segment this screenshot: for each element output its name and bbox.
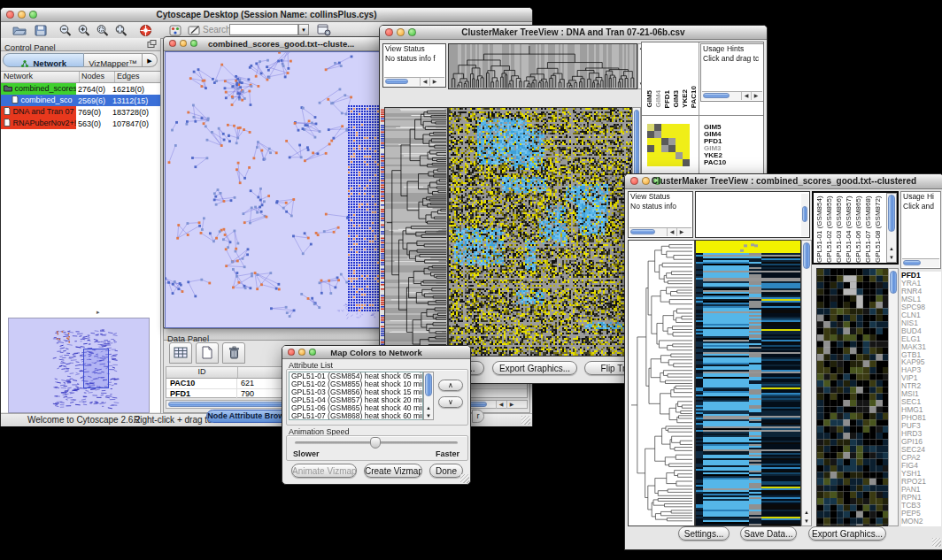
open-session-button[interactable] [10, 22, 29, 38]
tv1-matrix-cell[interactable] [683, 138, 690, 145]
tv2-heatmap[interactable] [695, 240, 801, 526]
network-close-button[interactable] [169, 40, 176, 47]
tv1-matrix-cell[interactable] [647, 159, 654, 166]
tab-vizmapper[interactable]: VizMapper™ [84, 53, 143, 67]
animate-vizmap-button[interactable]: Animate Vizmap [291, 464, 357, 478]
zoom-fit-button[interactable] [112, 22, 131, 38]
network-overview-thumbnail[interactable] [8, 318, 150, 413]
tv1-matrix-cell[interactable] [654, 145, 661, 152]
tv1-row-dendrogram[interactable] [384, 107, 448, 357]
create-vizmap-button[interactable]: Create Vizmap [364, 464, 422, 478]
tv2-gene-list[interactable]: PFD1YRA1RNR4MSL1SPC98CLN1NIS1BUD4ELG1MAK… [901, 272, 941, 526]
tv1-column-label[interactable]: YKE2 [681, 89, 690, 108]
zoom-selected-button[interactable] [93, 22, 112, 38]
tv1-matrix-cell[interactable] [654, 138, 661, 145]
tv1-status-hscrollbar[interactable]: ◀ ▶ [384, 77, 444, 86]
attribute-select-button[interactable] [169, 342, 192, 364]
tv2-zoom-vscroll-thumb[interactable] [890, 271, 897, 294]
tv2-column-label[interactable]: GPL51-04 (GSM857) [845, 194, 854, 263]
tv1-heatmap[interactable] [448, 107, 633, 357]
tv1-matrix-cell[interactable] [683, 152, 690, 159]
attribute-list-up-arrow[interactable]: ▲ [424, 404, 433, 412]
tv1-matrix-cell[interactable] [668, 138, 676, 145]
tv2-heatmap-down-arrow[interactable]: ▼ [802, 518, 811, 525]
tv2-column-label[interactable]: GPL51-01 (GSM854) [815, 194, 825, 263]
tv2-collabels-down-arrow[interactable]: ▼ [887, 254, 896, 262]
tv1-matrix-cell[interactable] [661, 159, 668, 166]
tv2-column-tree-area[interactable] [695, 191, 810, 238]
tv1-status-right-arrow[interactable]: ▶ [429, 78, 439, 86]
zoom-out-button[interactable] [56, 22, 75, 38]
tv1-column-label[interactable]: PAC10 [690, 86, 699, 108]
tv1-usage-left-arrow[interactable]: ◀ [741, 92, 751, 100]
move-up-button[interactable]: ∧ [438, 380, 463, 391]
attribute-list-vscroll-thumb[interactable] [425, 373, 432, 396]
tv2-zoom-vscrollbar[interactable] [888, 268, 899, 526]
tv2-column-label[interactable]: GPL51-02 (GSM855) [825, 194, 835, 263]
tv1-matrix-cell[interactable] [647, 138, 654, 145]
tv1-matrix-cell[interactable] [683, 131, 690, 138]
scroll-right-arrow[interactable]: ▶ [506, 401, 516, 409]
network-zoom-button[interactable] [190, 40, 197, 47]
tv2-column-label[interactable]: GPL51-08 (GSM872) [874, 194, 884, 263]
save-session-button[interactable] [31, 22, 50, 38]
tv2-coltree-vscroll[interactable] [801, 194, 808, 236]
tv2-row-dendrogram[interactable] [628, 240, 695, 526]
tv2-usage-hscrollbar[interactable] [902, 258, 939, 267]
main-resize-grip[interactable] [521, 416, 530, 425]
tv2-status-hscrollbar[interactable]: ◀ ▶ [629, 227, 691, 236]
search-dropdown-button[interactable]: ▼ [298, 24, 309, 35]
network-minimize-button[interactable] [180, 40, 187, 47]
tv1-matrix-cell[interactable] [676, 159, 683, 166]
tv1-matrix-cell[interactable] [654, 131, 661, 138]
network-row[interactable]: RNAPuberNov2+!563(0)107847(0) [1, 118, 160, 129]
tv1-matrix-cell[interactable] [676, 152, 683, 159]
speed-slider-thumb[interactable] [370, 437, 381, 449]
attr-col-id[interactable]: ID [166, 367, 238, 378]
tv1-matrix-cell[interactable] [668, 131, 676, 138]
scroll-left-arrow[interactable]: ◀ [496, 401, 506, 409]
help-button[interactable] [135, 22, 155, 38]
tv2-settings-button[interactable]: Settings... [678, 526, 730, 541]
tv1-matrix-row-label[interactable]: PAC10 [704, 159, 726, 166]
tv1-status-hscroll-thumb[interactable] [385, 79, 408, 84]
tv2-save-data-button[interactable]: Save Data... [740, 526, 797, 541]
tv1-matrix-cell[interactable] [676, 124, 683, 131]
tv1-matrix-cell[interactable] [661, 152, 668, 159]
col-edges[interactable]: Edges [115, 72, 160, 82]
tv1-export-graphics-button[interactable]: Export Graphics... [492, 361, 577, 375]
move-down-button[interactable]: ∨ [438, 396, 463, 408]
float-panel-icon[interactable] [147, 40, 157, 49]
tv1-similarity-matrix[interactable] [647, 124, 690, 166]
tv2-column-label[interactable]: GPL51-06 (GSM865) [854, 194, 864, 263]
tv1-matrix-cell[interactable] [661, 131, 668, 138]
tv1-column-label[interactable]: PFD1 [663, 90, 672, 108]
tv2-column-label[interactable]: GPL51-03 (GSM856) [835, 194, 845, 263]
tv1-matrix-cell[interactable] [647, 124, 654, 131]
attribute-list-item[interactable]: GPL51-07 (GSM868) heat shock 60 min [290, 412, 422, 420]
done-button[interactable]: Done [429, 464, 463, 478]
tv1-matrix-cell[interactable] [647, 131, 654, 138]
network-row[interactable]: combined_scores_2764(0)16218(0) [1, 83, 160, 95]
tv1-column-label[interactable]: GIM4 [654, 90, 663, 108]
tv1-column-label[interactable]: GIM5 [645, 90, 654, 108]
tv1-matrix-cell[interactable] [647, 152, 654, 159]
tv2-gene-label[interactable]: MON2 [901, 518, 941, 525]
attribute-list-vscrollbar[interactable]: ▲ ▼ [423, 372, 434, 420]
attribute-list[interactable]: GPL51-01 (GSM854) heat shock 05 minGPL51… [289, 372, 423, 420]
tv1-matrix-cell[interactable] [654, 124, 661, 131]
tv2-heatmap-up-arrow[interactable]: ▲ [802, 509, 811, 517]
network-row[interactable]: combined_sco2569(6)13112(15) [1, 95, 160, 106]
tv1-matrix-cell[interactable] [676, 131, 683, 138]
tab-overflow-button[interactable]: ▶ [143, 53, 158, 67]
tv1-matrix-cell[interactable] [668, 159, 676, 166]
tv2-column-label[interactable]: GPL51-07 (GSM868) [864, 194, 874, 263]
tv2-collabels-vscroll-thumb[interactable] [888, 195, 895, 232]
tv2-heatmap-vscroll-thumb[interactable] [803, 242, 810, 269]
tv1-matrix-cell[interactable] [661, 145, 668, 152]
search-input[interactable] [229, 24, 298, 35]
tv1-matrix-cell[interactable] [661, 138, 668, 145]
dialog-titlebar[interactable]: Map Colors to Network [282, 346, 470, 359]
network-canvas[interactable] [165, 51, 388, 328]
tv2-export-graphics-button[interactable]: Export Graphics... [808, 526, 886, 541]
